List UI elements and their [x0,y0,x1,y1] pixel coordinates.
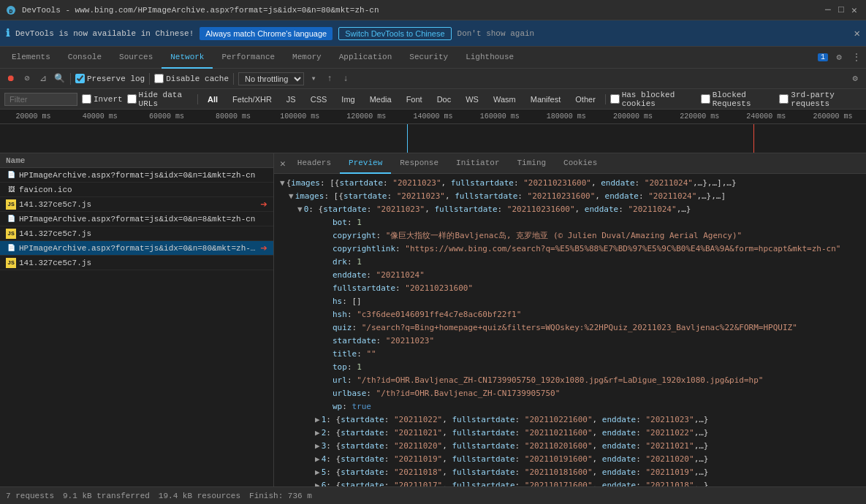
export-icon[interactable]: ↓ [339,72,352,85]
json-item-0[interactable]: ▼ 0 : { startdate : "20211023" , fullsta… [297,203,860,216]
json-title: title : "" [306,348,860,361]
timeline-bars[interactable] [0,124,866,153]
filter-manifest-button[interactable]: Manifest [525,93,566,105]
disable-cache-checkbox[interactable]: Disable cache [154,74,229,83]
hide-data-urls-checkbox[interactable]: Hide data URLs [127,91,194,108]
has-blocked-checkbox[interactable]: Has blocked cookies [610,91,696,108]
invert-checkbox[interactable]: Invert [82,94,123,104]
filter-all-button[interactable]: All [202,93,223,105]
json-item5-arrow[interactable]: ▶ [315,466,320,479]
close-button[interactable]: ✕ [848,4,860,16]
info-close-button[interactable]: ✕ [854,27,860,39]
record-button[interactable]: ⏺ [4,72,18,85]
preserve-log-checkbox[interactable]: Preserve log [75,74,145,83]
timeline-label-4: 100000 ms [267,112,333,123]
import-icon[interactable]: ↑ [323,72,336,85]
tab-security[interactable]: Security [400,47,457,69]
main-content: Name 📄 HPImageArchive.aspx?format=js&idx… [0,153,866,486]
filter-doc-button[interactable]: Doc [432,93,457,105]
json-item-5[interactable]: ▶ 5 : { startdate : "20211018" , fullsta… [297,466,860,479]
file-item-6[interactable]: JS 141.327ce5c7.js [0,256,273,270]
json-root[interactable]: ▼ { images : [{ startdate : "20211023" ,… [280,177,860,190]
detail-tab-preview[interactable]: Preview [340,153,391,174]
filter-input[interactable] [4,93,77,106]
filter-js-button[interactable]: JS [281,93,301,105]
json-wp: wp : true [306,400,860,413]
json-images[interactable]: ▼ images : [{ startdate : "20211023" , f… [289,190,860,203]
json-item6-arrow[interactable]: ▶ [315,479,320,486]
file-item-1[interactable]: 🖼 favicon.ico [0,183,273,197]
filter-wasm-button[interactable]: Wasm [488,93,521,105]
json-item0-arrow[interactable]: ▼ [297,203,303,216]
detail-tab-initiator[interactable]: Initiator [447,153,508,174]
filter-media-button[interactable]: Media [365,93,397,105]
detail-tab-cookies[interactable]: Cookies [555,153,606,174]
filter-fetchxhr-button[interactable]: Fetch/XHR [227,93,277,105]
file-item-5[interactable]: 📄 HPImageArchive.aspx?format=js&idx=0&n=… [0,241,273,256]
detail-panel: ✕ Headers Preview Response Initiator Tim… [274,153,866,486]
json-root-arrow[interactable]: ▼ [280,177,285,190]
filter-ws-button[interactable]: WS [460,93,484,105]
json-item2-arrow[interactable]: ▶ [315,427,320,440]
file-icon-js-2: JS [6,199,16,210]
more-icon[interactable]: ⋮ [850,51,863,64]
file-item-3[interactable]: 📄 HPImageArchive.aspx?format=js&idx=0&n=… [0,212,273,226]
timeline-label-10: 220000 ms [666,112,733,123]
detail-close-button[interactable]: ✕ [277,158,289,169]
filter-img-button[interactable]: Img [336,93,360,105]
json-drk: drk : 1 [306,256,860,269]
json-item-1[interactable]: ▶ 1 : { startdate : "20211022" , fullsta… [297,413,860,427]
json-item-6[interactable]: ▶ 6 : { startdate : "20211017" , fullsta… [297,479,860,486]
status-requests: 7 requests [6,492,54,500]
network-settings-icon[interactable]: ⚙ [848,72,862,85]
file-icon-doc-0: 📄 [6,170,16,180]
json-item3-arrow[interactable]: ▶ [315,440,320,453]
third-party-checkbox[interactable]: 3rd-party requests [779,91,862,108]
title-bar: D DevTools - www.bing.com/HPImageArchive… [0,0,866,20]
svg-text:D: D [10,7,13,14]
tab-lighthouse[interactable]: Lighthouse [457,47,523,69]
json-item4-arrow[interactable]: ▶ [315,453,320,466]
match-language-button[interactable]: Always match Chrome's language [200,27,333,40]
clear-button[interactable]: ⊘ [20,72,34,85]
detail-tab-response[interactable]: Response [391,153,447,174]
file-item-4[interactable]: JS 141.327ce5c7.js [0,226,273,241]
file-item-2[interactable]: JS 141.327ce5c7.js ➔ [0,197,273,212]
tab-elements[interactable]: Elements [3,47,59,69]
search-icon[interactable]: 🔍 [53,72,66,85]
filter-other-button[interactable]: Other [570,93,601,105]
filter-icon[interactable]: ⊿ [37,72,50,85]
blocked-requests-checkbox[interactable]: Blocked Requests [701,91,775,108]
json-item1-arrow[interactable]: ▶ [315,413,320,427]
devtools-icon: D [6,5,16,15]
detail-tab-headers[interactable]: Headers [289,153,340,174]
json-item-3[interactable]: ▶ 3 : { startdate : "20211020" , fullsta… [297,440,860,453]
json-fullstartdate: fullstartdate : "202110231600" [306,282,860,295]
tab-performance[interactable]: Performance [213,47,284,69]
filter-css-button[interactable]: CSS [305,93,333,105]
json-item-2[interactable]: ▶ 2 : { startdate : "20211021" , fullsta… [297,427,860,440]
throttle-down-icon[interactable]: ▾ [307,72,320,85]
detail-tab-timing[interactable]: Timing [509,153,555,174]
filter-font-button[interactable]: Font [401,93,428,105]
tab-network[interactable]: Network [162,47,213,69]
maximize-button[interactable]: □ [835,4,847,16]
minimize-button[interactable]: ─ [822,4,834,16]
settings-icon[interactable]: ⚙ [832,51,846,64]
file-item-0[interactable]: 📄 HPImageArchive.aspx?format=js&idx=0&n=… [0,168,273,183]
json-item-4[interactable]: ▶ 4 : { startdate : "20211019" , fullsta… [297,453,860,466]
timeline-label-0: 20000 ms [0,112,67,123]
json-copyrightlink: copyrightlink : "https://www.bing.com/se… [306,243,860,256]
tab-application[interactable]: Application [330,47,401,69]
file-name-5: HPImageArchive.aspx?format=js&idx=0&n=80… [19,244,257,253]
tab-sources[interactable]: Sources [110,47,162,69]
dismiss-button[interactable]: Don't show again [457,29,535,38]
switch-devtools-button[interactable]: Switch DevTools to Chinese [338,27,451,40]
throttle-select[interactable]: No throttling [238,72,304,85]
tab-memory[interactable]: Memory [284,47,330,69]
tab-console[interactable]: Console [59,47,110,69]
timeline-label-6: 140000 ms [400,112,466,123]
file-name-1: favicon.ico [19,186,267,194]
json-images-arrow[interactable]: ▼ [289,190,294,203]
json-startdate: startdate : "20211023" [306,335,860,348]
